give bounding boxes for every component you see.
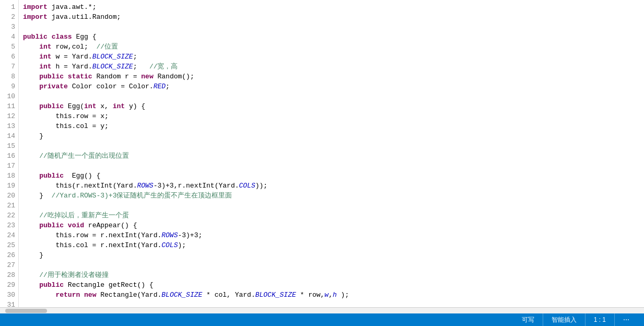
code-line: public class Egg {	[23, 32, 640, 42]
code-line: import java.util.Random;	[23, 12, 640, 22]
token-plain: java.util.Random;	[48, 13, 121, 21]
line-number: 3	[2, 22, 15, 32]
line-number: 23	[2, 220, 15, 230]
token-plain: this.row = r.nextInt(Yard.	[23, 231, 161, 239]
token-plain: Egg() {	[64, 172, 100, 180]
code-line	[23, 22, 640, 32]
token-plain	[64, 73, 68, 80]
code-line	[23, 141, 640, 151]
token-plain: Rectangle(Yard.	[96, 291, 161, 299]
smart-insert-label: 智能插入	[552, 316, 577, 324]
scrollbar-thumb[interactable]	[5, 309, 47, 313]
code-line	[23, 300, 640, 307]
line-number: 2	[2, 12, 15, 22]
token-plain: this.col = y;	[23, 122, 109, 130]
token-plain: ;	[133, 63, 149, 71]
token-const: RED	[154, 83, 166, 90]
line-number: 4	[2, 32, 15, 42]
line-number: 15	[2, 141, 15, 151]
code-line: int row,col; //位置	[23, 42, 640, 52]
token-type: int	[84, 102, 96, 110]
token-plain: h = Yard.	[52, 63, 92, 71]
token-field: COLS	[239, 182, 255, 190]
code-line: this(r.nextInt(Yard.ROWS-3)+3,r.nextInt(…	[23, 181, 640, 191]
line-number: 19	[2, 181, 15, 191]
line-number: 22	[2, 211, 15, 220]
code-line: import java.awt.*;	[23, 2, 640, 12]
line-number: 13	[2, 121, 15, 131]
token-kw: private	[39, 83, 68, 90]
token-plain: ,	[329, 291, 333, 299]
code-line: //随机产生一个蛋的出现位置	[23, 151, 640, 161]
token-plain: w = Yard.	[52, 53, 92, 61]
token-plain: );	[178, 241, 186, 249]
token-field: BLOCK_SIZE	[92, 53, 133, 61]
code-line: public void reAppear() {	[23, 220, 640, 230]
token-field: BLOCK_SIZE	[255, 291, 296, 299]
token-kw: public	[39, 281, 64, 289]
line-number: 29	[2, 280, 15, 290]
token-plain: }	[23, 192, 52, 200]
token-plain: java.awt.*;	[48, 3, 97, 11]
token-field: w	[324, 291, 329, 299]
more-icon[interactable]: ⋯	[623, 316, 629, 323]
line-number: 27	[2, 260, 15, 270]
line-number: 8	[2, 72, 15, 82]
token-field: ROWS	[161, 231, 178, 239]
token-plain	[23, 63, 39, 71]
token-kw: public	[39, 172, 64, 180]
code-line: this.col = r.nextInt(Yard.COLS);	[23, 240, 640, 250]
code-line: } //Yard.ROWS-3)+3保证随机产生的蛋不产生在顶边框里面	[23, 191, 640, 201]
token-plain: Random();	[154, 73, 194, 80]
line-number: 5	[2, 42, 15, 52]
token-plain: reAppear() {	[84, 222, 137, 229]
line-number: 6	[2, 52, 15, 62]
token-field: COLS	[161, 241, 178, 249]
line-number: 12	[2, 111, 15, 121]
token-plain	[23, 53, 39, 61]
code-line: return new Rectangle(Yard.BLOCK_SIZE * c…	[23, 290, 640, 300]
token-kw: public	[23, 33, 48, 41]
token-plain: Egg(	[64, 102, 84, 110]
code-line	[23, 161, 640, 171]
line-number: 14	[2, 131, 15, 141]
code-content[interactable]: import java.awt.*;import java.util.Rando…	[19, 0, 644, 307]
line-number: 9	[2, 82, 15, 91]
code-line: int w = Yard.BLOCK_SIZE;	[23, 52, 640, 62]
token-field: ROWS	[137, 182, 153, 190]
token-kw: import	[23, 13, 48, 21]
token-plain: );	[337, 291, 349, 299]
token-plain	[23, 102, 39, 110]
status-bar: 可写 智能插入 1 : 1 ⋯	[0, 313, 644, 326]
code-line: }	[23, 131, 640, 141]
token-plain: ));	[255, 182, 267, 190]
token-plain: row,col;	[52, 43, 97, 51]
position-label: 1 : 1	[594, 316, 606, 323]
code-line: //用于检测者没者碰撞	[23, 270, 640, 280]
code-area[interactable]: 1234567891011121314151617181920212223242…	[0, 0, 644, 307]
token-plain: y) {	[125, 102, 145, 110]
token-comment: //宽，高	[149, 63, 178, 71]
code-line: this.col = y;	[23, 121, 640, 131]
token-plain	[23, 73, 39, 80]
token-field: BLOCK_SIZE	[161, 291, 202, 299]
line-number: 24	[2, 230, 15, 240]
token-plain	[23, 271, 39, 279]
writable-status: 可写	[513, 313, 543, 326]
token-type: int	[39, 43, 51, 51]
code-line: public Rectangle getRect() {	[23, 280, 640, 290]
token-kw: new	[84, 291, 96, 299]
code-line: private Color color = Color.RED;	[23, 82, 640, 91]
token-plain	[64, 222, 68, 229]
token-plain	[23, 291, 55, 299]
token-kw: return	[55, 291, 80, 299]
code-line: }	[23, 250, 640, 260]
code-line: int h = Yard.BLOCK_SIZE; //宽，高	[23, 62, 640, 72]
token-comment-cn: //Yard.ROWS-3)+3保证随机产生的蛋不产生在顶边框里面	[52, 192, 232, 200]
token-kw: class	[52, 33, 72, 41]
token-kw: public	[39, 73, 64, 80]
token-plain: x,	[96, 102, 112, 110]
more-options[interactable]: ⋯	[615, 313, 638, 326]
horizontal-scrollbar[interactable]	[0, 307, 644, 313]
writable-label: 可写	[522, 316, 534, 324]
